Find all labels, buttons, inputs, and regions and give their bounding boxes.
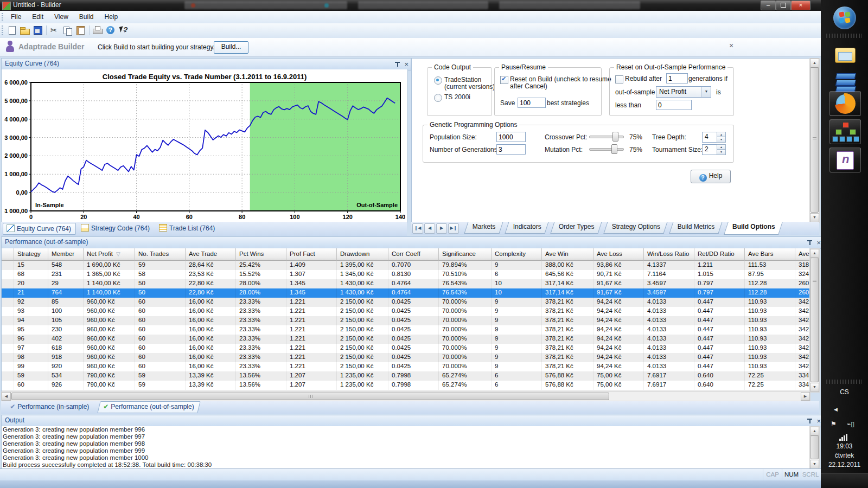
column-header-ave-bars[interactable]: Ave Bars — [745, 248, 795, 261]
table-cell[interactable]: 0.0425 — [388, 325, 439, 335]
table-row[interactable]: 99920960,00 Kč6016,00 Kč23.33%1.2212 150… — [2, 362, 810, 371]
table-cell[interactable]: 3.4597 — [644, 279, 694, 288]
table-cell[interactable]: 9 — [492, 307, 542, 316]
explorer-icon[interactable] — [829, 43, 860, 67]
table-cell[interactable]: 111.53 — [745, 261, 795, 270]
tab-indicators[interactable]: Indicators — [505, 222, 548, 234]
table-cell[interactable]: 2 150,00 Kč — [337, 353, 388, 362]
table-cell[interactable]: 342.86 — [795, 362, 810, 371]
column-header-ave-win[interactable]: Ave Win — [542, 248, 593, 261]
save-icon[interactable] — [31, 24, 44, 36]
table-cell[interactable]: 342.86 — [795, 353, 810, 362]
table-cell[interactable]: 324.00 — [795, 270, 810, 279]
table-cell[interactable]: 50 — [135, 288, 186, 298]
table-cell[interactable]: 0.447 — [694, 335, 745, 344]
table-cell[interactable]: 6 — [492, 371, 542, 381]
table-cell[interactable]: 59 — [135, 261, 186, 270]
table-cell[interactable]: 2 150,00 Kč — [337, 362, 388, 371]
table-cell[interactable]: 75,00 Kč — [593, 381, 644, 390]
table-cell[interactable]: 16,00 Kč — [186, 298, 236, 307]
table-cell[interactable]: 1.221 — [286, 325, 337, 335]
table-cell[interactable]: 110.93 — [745, 353, 795, 362]
table-cell[interactable]: 70.000% — [439, 344, 492, 353]
table-cell[interactable]: 25.42% — [236, 261, 286, 270]
tab-equity-curve-764-[interactable]: Equity Curve (764) — [3, 223, 76, 235]
table-cell[interactable]: 70.000% — [439, 335, 492, 344]
pin-icon[interactable] — [395, 62, 400, 67]
table-cell[interactable]: 70.510% — [439, 270, 492, 279]
table-cell[interactable]: 4.1337 — [644, 261, 694, 270]
table-cell[interactable]: 2 150,00 Kč — [337, 307, 388, 316]
table-cell[interactable]: 3.4597 — [644, 288, 694, 298]
scroll-down-icon[interactable]: ▼ — [810, 383, 819, 392]
clock-date[interactable]: 22.12.2011 — [821, 461, 868, 468]
table-cell[interactable]: 0.0425 — [388, 335, 439, 344]
table-cell[interactable]: 70.000% — [439, 316, 492, 325]
table-cell[interactable]: 70.000% — [439, 362, 492, 371]
table-cell[interactable]: 378,21 Kč — [542, 325, 593, 335]
radio-tradestation[interactable] — [434, 76, 442, 85]
tab-build-metrics[interactable]: Build Metrics — [669, 222, 723, 234]
table-cell[interactable]: 960,00 Kč — [84, 344, 135, 353]
scroll-up-icon[interactable]: ▲ — [810, 59, 819, 68]
table-cell[interactable]: 1 345,00 Kč — [337, 270, 388, 279]
tab-last-icon[interactable]: ▶❙ — [448, 223, 459, 234]
menu-item-edit[interactable]: Edit — [27, 11, 49, 23]
table-cell[interactable]: 7.6917 — [644, 371, 694, 381]
table-cell[interactable]: 110.93 — [745, 344, 795, 353]
table-row[interactable]: 93100960,00 Kč6016,00 Kč23.33%1.2212 150… — [2, 307, 810, 316]
table-cell[interactable]: 960,00 Kč — [84, 325, 135, 335]
table-cell[interactable]: 334.88 — [795, 371, 810, 381]
help-icon[interactable] — [104, 24, 117, 36]
table-cell[interactable]: 22,80 Kč — [186, 279, 236, 288]
table-cell[interactable]: 60 — [135, 335, 186, 344]
options-scrollbar[interactable]: ▲ ▼ — [809, 58, 820, 223]
table-cell[interactable]: 2 150,00 Kč — [337, 298, 388, 307]
table-cell[interactable]: 378,21 Kč — [542, 316, 593, 325]
scroll-up-icon[interactable]: ▲ — [810, 427, 819, 436]
table-cell[interactable]: 645,56 Kč — [542, 270, 593, 279]
table-cell[interactable]: 2 150,00 Kč — [337, 325, 388, 335]
table-cell[interactable]: 28.00% — [236, 279, 286, 288]
table-row[interactable]: 95230960,00 Kč6016,00 Kč23.33%1.2212 150… — [2, 325, 810, 335]
table-cell[interactable]: 99 — [14, 362, 48, 371]
show-desktop-button[interactable] — [821, 473, 868, 488]
new-document-icon[interactable] — [5, 24, 18, 36]
table-cell[interactable]: 100 — [48, 307, 84, 316]
table-cell[interactable]: 93,86 Kč — [593, 261, 644, 270]
table-cell[interactable]: 960,00 Kč — [84, 316, 135, 325]
table-cell[interactable]: 1.221 — [286, 362, 337, 371]
table-cell[interactable]: 1.345 — [286, 288, 337, 298]
tab-strategy-options[interactable]: Strategy Options — [603, 222, 668, 234]
table-cell[interactable]: 0.447 — [694, 325, 745, 335]
onenote-icon[interactable] — [829, 147, 861, 172]
table-cell[interactable]: 1.211 — [694, 261, 745, 270]
spin-down-icon[interactable]: ▼ — [717, 137, 726, 143]
table-cell[interactable]: 94,24 Kč — [593, 307, 644, 316]
crossover-pct-slider[interactable] — [589, 132, 624, 140]
table-cell[interactable]: 9 — [492, 298, 542, 307]
table-cell[interactable]: 318.80 — [795, 261, 810, 270]
column-header-ret-dd-ratio[interactable]: Ret/DD Ratio — [694, 248, 745, 261]
table-cell[interactable]: 13,39 Kč — [186, 381, 236, 390]
table-cell[interactable]: 58 — [135, 270, 186, 279]
oos-metric-select[interactable]: Net Profit ▼ — [656, 86, 711, 98]
scroll-down-icon[interactable]: ▼ — [810, 213, 819, 222]
table-cell[interactable]: 10 — [492, 279, 542, 288]
toolbar-overflow-icon[interactable]: ▾ — [122, 25, 127, 36]
table-cell[interactable]: 317,14 Kč — [542, 288, 593, 298]
table-cell[interactable]: 95 — [14, 325, 48, 335]
table-cell[interactable]: 918 — [48, 353, 84, 362]
table-cell[interactable]: 94,24 Kč — [593, 325, 644, 335]
table-row[interactable]: 59534790,00 Kč5913,39 Kč13.56%1.2071 235… — [2, 371, 810, 381]
table-cell[interactable]: 90,71 Kč — [593, 270, 644, 279]
table-cell[interactable]: 1 365,00 Kč — [84, 270, 135, 279]
tab-order-types[interactable]: Order Types — [550, 222, 602, 234]
table-cell[interactable]: 4.0133 — [644, 335, 694, 344]
table-cell[interactable]: 23.33% — [236, 362, 286, 371]
table-cell[interactable]: 9 — [492, 316, 542, 325]
table-cell[interactable]: 94,24 Kč — [593, 335, 644, 344]
network-signal-icon[interactable] — [839, 434, 847, 441]
table-cell[interactable]: 23.33% — [236, 353, 286, 362]
table-cell[interactable]: 1.221 — [286, 353, 337, 362]
